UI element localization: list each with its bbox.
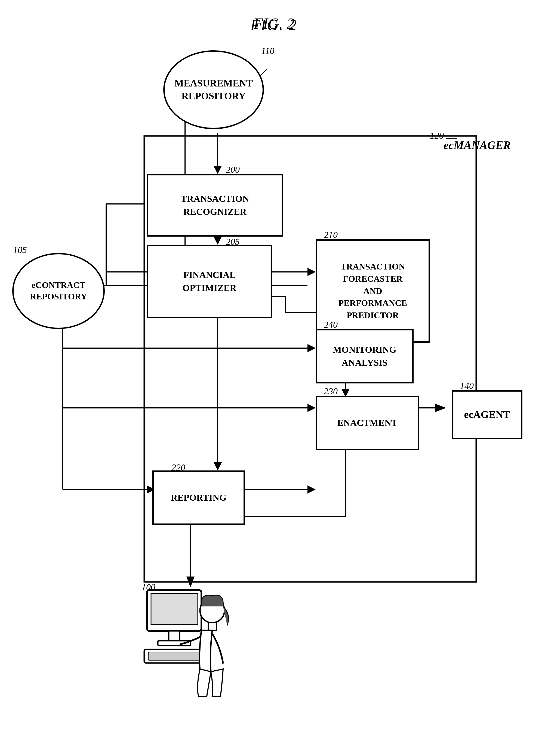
reporting-node: REPORTING	[152, 470, 245, 525]
financial-optimizer-node: FINANCIAL OPTIMIZER	[147, 245, 272, 318]
svg-marker-28	[186, 577, 194, 587]
svg-rect-50	[151, 593, 198, 625]
ref-210: 210	[324, 230, 338, 240]
svg-marker-17	[308, 404, 316, 412]
ref-200: 200	[226, 165, 240, 175]
svg-marker-2	[213, 166, 222, 174]
svg-rect-56	[208, 622, 216, 630]
ref-140: 140	[460, 381, 474, 391]
svg-marker-26	[213, 462, 222, 470]
svg-marker-14	[308, 344, 316, 352]
svg-marker-32	[308, 485, 316, 494]
transaction-recognizer-node: TRANSACTION RECOGNIZER	[147, 174, 283, 237]
svg-marker-4	[213, 237, 222, 245]
monitoring-analysis-node: MONITORING ANALYSIS	[316, 329, 414, 383]
figure-title: FIG. 2	[253, 15, 294, 32]
measurement-repository-node: MEASUREMENT REPOSITORY	[163, 50, 264, 129]
ecagent-node: ecAGENT	[452, 390, 522, 439]
econtract-repository-node: eCONTRACT REPOSITORY	[12, 253, 105, 329]
ref-120: 120	[430, 131, 444, 141]
ref-105: 105	[13, 245, 27, 255]
enactment-node: ENACTMENT	[316, 396, 419, 450]
ref-230: 230	[324, 386, 338, 396]
svg-rect-54	[148, 652, 203, 660]
diagram-arrows	[0, 0, 548, 756]
ref-240: 240	[324, 320, 338, 330]
user-figure	[131, 587, 239, 702]
ref-110: 110	[261, 46, 274, 56]
ecmanager-label: ecMANAGER	[444, 139, 511, 152]
svg-marker-24	[435, 404, 446, 412]
svg-marker-8	[308, 268, 316, 276]
